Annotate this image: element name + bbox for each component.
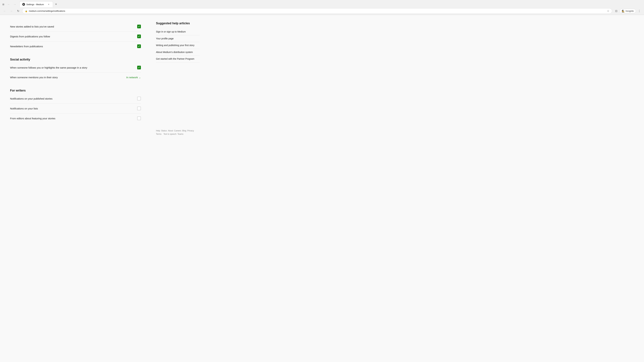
sidebar-link-sign-in[interactable]: Sign in or sign up to Medium bbox=[156, 28, 200, 35]
footer-link-status[interactable]: Status bbox=[161, 130, 167, 132]
incognito-badge[interactable]: 🕵 Incognito bbox=[620, 9, 636, 13]
publications-section: New stories added to lists you've saved … bbox=[10, 22, 141, 51]
more-options-button[interactable]: ⋮ bbox=[636, 8, 642, 14]
setting-label-newsletters: Newsletters from publications bbox=[10, 44, 43, 48]
footer-link-tts[interactable]: Text to speech bbox=[164, 133, 176, 135]
tab-controls-left: ⊞ ← → bbox=[1, 2, 18, 7]
setting-label-digests: Digests from publications you follow bbox=[10, 35, 50, 38]
bookmark-icon[interactable]: ☆ bbox=[607, 9, 609, 12]
mentions-dropdown-value: In network bbox=[126, 76, 138, 79]
footer-link-blog[interactable]: Blog bbox=[182, 130, 186, 132]
for-writers-title: For writers bbox=[10, 89, 141, 92]
tab-favicon: M bbox=[22, 3, 25, 6]
page-content: New stories added to lists you've saved … bbox=[0, 15, 644, 362]
setting-label-follows: When someone follows you or highlights t… bbox=[10, 66, 87, 69]
checkbox-checked-new-stories: ✓ bbox=[137, 25, 141, 28]
checkbox-published-stories[interactable] bbox=[137, 97, 141, 100]
back-button[interactable]: ← bbox=[6, 2, 12, 7]
footer-links: Help Status About Careers Blog Privacy T… bbox=[156, 130, 200, 135]
setting-item-mentions: When someone mentions you in their story… bbox=[10, 72, 141, 82]
setting-label-lists: Notifications on your lists bbox=[10, 107, 38, 110]
tab-title: Settings - Medium bbox=[26, 3, 46, 6]
incognito-icon: 🕵 bbox=[622, 10, 624, 12]
checkbox-checked-digests: ✓ bbox=[137, 34, 141, 38]
main-content: New stories added to lists you've saved … bbox=[0, 15, 151, 362]
chevron-down-icon: ⌄ bbox=[139, 76, 141, 79]
lock-icon: 🔒 bbox=[25, 10, 28, 12]
address-bar[interactable]: 🔒 medium.com/me/settings/notifications ☆ bbox=[22, 8, 612, 14]
setting-item-follows: When someone follows you or highlights t… bbox=[10, 63, 141, 72]
tab-grid-button[interactable]: ⊞ bbox=[1, 2, 5, 6]
sidebar-footer: Help Status About Careers Blog Privacy T… bbox=[156, 130, 200, 135]
footer-link-about[interactable]: About bbox=[168, 130, 173, 132]
setting-item-newsletters: Newsletters from publications ✓ bbox=[10, 41, 141, 51]
sidebar-link-partner[interactable]: Get started with the Partner Program bbox=[156, 56, 200, 62]
checkbox-follows[interactable]: ✓ bbox=[137, 66, 141, 69]
checkbox-unchecked-editors bbox=[137, 116, 141, 120]
checkbox-digests[interactable]: ✓ bbox=[137, 34, 141, 38]
setting-label-published-stories: Notifications on your published stories bbox=[10, 97, 52, 100]
browser-actions: ⊡ 🕵 Incognito ⋮ bbox=[614, 8, 642, 14]
url-text: medium.com/me/settings/notifications bbox=[29, 10, 606, 12]
back-nav-button[interactable]: ← bbox=[2, 8, 8, 14]
footer-link-teams[interactable]: Teams bbox=[178, 133, 183, 135]
checkbox-editors[interactable] bbox=[137, 116, 141, 120]
tab-close-button[interactable]: × bbox=[47, 3, 50, 6]
footer-link-terms[interactable]: Terms bbox=[156, 133, 162, 135]
footer-link-careers[interactable]: Careers bbox=[174, 130, 181, 132]
active-tab: M Settings - Medium × bbox=[20, 1, 53, 7]
forward-nav-button[interactable]: → bbox=[9, 8, 14, 14]
sidebar-link-distribution[interactable]: About Medium's distribution system bbox=[156, 49, 200, 56]
mentions-dropdown[interactable]: In network ⌄ bbox=[126, 76, 141, 79]
checkbox-new-stories[interactable]: ✓ bbox=[137, 25, 141, 28]
social-activity-title: Social activity bbox=[10, 58, 141, 61]
setting-label-mentions: When someone mentions you in their story bbox=[10, 76, 58, 79]
checkbox-lists[interactable] bbox=[137, 107, 141, 110]
sidebar-title: Suggested help articles bbox=[156, 22, 200, 25]
checkbox-newsletters[interactable]: ✓ bbox=[137, 44, 141, 48]
footer-link-privacy[interactable]: Privacy bbox=[187, 130, 194, 132]
footer-link-help[interactable]: Help bbox=[156, 130, 160, 132]
setting-item-digests: Digests from publications you follow ✓ bbox=[10, 31, 141, 41]
sidebar-link-writing[interactable]: Writing and publishing your first story bbox=[156, 42, 200, 49]
checkbox-unchecked-published-stories bbox=[137, 97, 141, 100]
sidebar-link-profile[interactable]: Your profile page bbox=[156, 35, 200, 42]
incognito-label: Incognito bbox=[626, 10, 634, 12]
tab-bar: ⊞ ← → M Settings - Medium × + bbox=[0, 0, 644, 7]
browser-chrome: ⊞ ← → M Settings - Medium × + ← → ↻ 🔒 me… bbox=[0, 0, 644, 15]
sidebar: Suggested help articles Sign in or sign … bbox=[151, 15, 204, 362]
new-tab-button[interactable]: + bbox=[54, 2, 58, 7]
checkbox-unchecked-lists bbox=[137, 107, 141, 110]
setting-item-new-stories: New stories added to lists you've saved … bbox=[10, 22, 141, 31]
checkbox-checked-newsletters: ✓ bbox=[137, 44, 141, 48]
forward-button[interactable]: → bbox=[12, 2, 18, 7]
setting-label-new-stories: New stories added to lists you've saved bbox=[10, 25, 54, 28]
setting-item-lists: Notifications on your lists bbox=[10, 104, 141, 113]
split-view-button[interactable]: ⊡ bbox=[614, 8, 619, 14]
refresh-button[interactable]: ↻ bbox=[16, 8, 21, 14]
setting-item-published-stories: Notifications on your published stories bbox=[10, 94, 141, 104]
social-activity-section: Social activity When someone follows you… bbox=[10, 58, 141, 82]
for-writers-section: For writers Notifications on your publis… bbox=[10, 89, 141, 123]
setting-label-editors: From editors about featuring your storie… bbox=[10, 117, 55, 120]
address-bar-row: ← → ↻ 🔒 medium.com/me/settings/notificat… bbox=[0, 7, 644, 15]
checkbox-checked-follows: ✓ bbox=[137, 66, 141, 69]
setting-item-editors: From editors about featuring your storie… bbox=[10, 113, 141, 123]
